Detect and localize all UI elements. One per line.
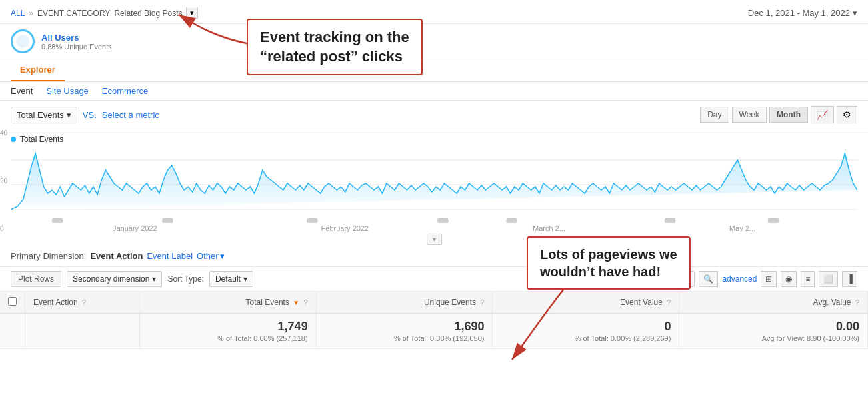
x-label-jan: January 2022 bbox=[113, 224, 157, 232]
tab-explorer[interactable]: Explorer bbox=[11, 59, 65, 81]
th-event-action-help[interactable]: ? bbox=[82, 298, 86, 306]
period-day-button[interactable]: Day bbox=[700, 107, 729, 123]
th-event-action-label: Event Action bbox=[33, 298, 78, 307]
th-unique-events-label: Unique Events bbox=[424, 298, 476, 307]
annotation1-line1: Event tracking on the bbox=[260, 29, 409, 45]
th-total-events-help[interactable]: ? bbox=[304, 298, 308, 306]
breadcrumb-separator: » bbox=[29, 9, 33, 18]
sort-type-label: Sort Type: bbox=[167, 274, 203, 284]
th-total-events: Total Events ▼ ? bbox=[139, 292, 316, 314]
event-value-value: 0 bbox=[501, 320, 671, 334]
th-event-value-help[interactable]: ? bbox=[667, 298, 671, 306]
other-dropdown[interactable]: Other ▾ bbox=[197, 251, 225, 261]
chart-toolbar: Total Events ▾ VS. Select a metric Day W… bbox=[0, 101, 868, 129]
totals-unique-events-cell: 1,690 % of Total: 0.88% (192,050) bbox=[316, 314, 493, 349]
annotation2-line1: Lots of pageviews we bbox=[540, 247, 677, 262]
breadcrumb-filter: EVENT CATEGORY: Related Blog Posts bbox=[37, 9, 182, 18]
total-events-pct: % of Total: 0.68% (257,118) bbox=[217, 334, 308, 342]
th-total-events-label: Total Events bbox=[246, 298, 289, 307]
th-unique-events-help[interactable]: ? bbox=[480, 298, 484, 306]
table-toolbar: Plot Rows Secondary dimension ▾ Sort Typ… bbox=[0, 267, 868, 292]
chart-scroll-button[interactable]: ▾ bbox=[427, 234, 442, 245]
avg-value-value: 0.00 bbox=[687, 320, 859, 334]
line-chart-button[interactable]: 📈 bbox=[811, 106, 834, 123]
totals-check-cell bbox=[0, 314, 25, 349]
sub-tab-event[interactable]: Event bbox=[11, 86, 33, 96]
select-all-checkbox[interactable] bbox=[8, 297, 17, 306]
totals-action-cell bbox=[25, 314, 140, 349]
view-pie-button[interactable]: ◉ bbox=[781, 271, 797, 287]
sub-tab-site-usage[interactable]: Site Usage bbox=[46, 86, 89, 96]
legend-label: Total Events bbox=[20, 135, 63, 144]
view-pivot-button[interactable]: ⬜ bbox=[819, 271, 838, 287]
total-events-value: 1,749 bbox=[148, 320, 308, 334]
sub-tab-ecommerce[interactable]: Ecommerce bbox=[102, 86, 148, 96]
chart-legend: Total Events bbox=[11, 135, 857, 144]
avg-value-pct: Avg for View: 8.90 (-100.00%) bbox=[762, 334, 859, 342]
primary-dim-label: Primary Dimension: bbox=[11, 251, 86, 261]
svg-rect-6 bbox=[437, 218, 449, 223]
sort-arrow: ▾ bbox=[243, 274, 247, 284]
primary-dim-value: Event Action bbox=[90, 251, 143, 261]
tabs-row: Explorer bbox=[0, 59, 868, 82]
annotation-box-1: Event tracking on the “related post” cli… bbox=[247, 19, 423, 75]
advanced-link[interactable]: advanced bbox=[722, 274, 757, 284]
table-search-button[interactable]: 🔍 bbox=[699, 271, 718, 287]
chart-wrapper: 40 20 0 bbox=[11, 147, 857, 223]
svg-rect-5 bbox=[307, 218, 318, 223]
breadcrumb: ALL » EVENT CATEGORY: Related Blog Posts… bbox=[11, 7, 198, 19]
event-value-pct: % of Total: 0.00% (2,289,269) bbox=[575, 334, 671, 342]
y-label-40: 40 bbox=[0, 129, 16, 137]
period-month-button[interactable]: Month bbox=[769, 107, 808, 123]
x-label-mar: March 2... bbox=[533, 224, 565, 232]
x-axis-labels: January 2022 February 2022 March 2... Ma… bbox=[11, 223, 857, 232]
metric-select[interactable]: Total Events ▾ bbox=[11, 107, 77, 123]
y-label-0: 0 bbox=[0, 225, 16, 232]
totals-event-value-cell: 0 % of Total: 0.00% (2,289,269) bbox=[493, 314, 679, 349]
segment-sub: 0.88% Unique Events bbox=[41, 43, 112, 51]
sort-select[interactable]: Default ▾ bbox=[209, 271, 253, 287]
date-range: Dec 1, 2021 - May 1, 2022 ▾ bbox=[748, 8, 857, 18]
unique-events-value: 1,690 bbox=[325, 320, 485, 334]
y-axis-labels: 40 20 0 bbox=[0, 129, 16, 232]
annotation1-line2: “related post” clicks bbox=[260, 48, 403, 65]
totals-total-events-cell: 1,749 % of Total: 0.68% (257,118) bbox=[139, 314, 316, 349]
svg-rect-9 bbox=[768, 218, 779, 223]
view-list-button[interactable]: ≡ bbox=[801, 271, 815, 287]
x-label-feb: February 2022 bbox=[321, 224, 369, 232]
totals-avg-value-cell: 0.00 Avg for View: 8.90 (-100.00%) bbox=[679, 314, 868, 349]
breadcrumb-all[interactable]: ALL bbox=[11, 9, 25, 18]
top-bar: ALL » EVENT CATEGORY: Related Blog Posts… bbox=[0, 0, 868, 24]
th-avg-value-help[interactable]: ? bbox=[855, 298, 859, 306]
scatter-chart-button[interactable]: ⚙ bbox=[837, 106, 857, 123]
th-avg-value-label: Avg. Value bbox=[813, 298, 851, 307]
select-metric-link[interactable]: Select a metric bbox=[102, 110, 159, 120]
filter-dropdown-button[interactable]: ▾ bbox=[186, 7, 198, 19]
date-range-text: Dec 1, 2021 - May 1, 2022 bbox=[748, 8, 850, 18]
sub-tabs: Event Site Usage Ecommerce bbox=[0, 82, 868, 101]
event-label-link[interactable]: Event Label bbox=[147, 251, 193, 261]
svg-rect-8 bbox=[665, 218, 676, 223]
chart-svg bbox=[11, 147, 857, 223]
period-week-button[interactable]: Week bbox=[732, 107, 767, 123]
other-arrow: ▾ bbox=[220, 251, 225, 261]
view-table-button[interactable]: ⊞ bbox=[761, 271, 777, 287]
date-range-arrow[interactable]: ▾ bbox=[853, 8, 857, 18]
annotation-box-2: Lots of pageviews we wouldn’t have had! bbox=[527, 236, 691, 290]
svg-rect-7 bbox=[506, 218, 517, 223]
segment-inner-circle bbox=[16, 35, 29, 48]
sort-arrow-icon: ▼ bbox=[293, 299, 299, 306]
th-check bbox=[0, 292, 25, 314]
view-bar-button[interactable]: ▐ bbox=[842, 271, 857, 287]
secondary-dimension-select[interactable]: Secondary dimension ▾ bbox=[67, 271, 162, 287]
chart-toolbar-right: Day Week Month 📈 ⚙ bbox=[700, 106, 857, 123]
segment-bar: All Users 0.88% Unique Events bbox=[0, 24, 868, 59]
segment-circle bbox=[11, 29, 35, 53]
table-toolbar-left: Plot Rows Secondary dimension ▾ Sort Typ… bbox=[11, 271, 253, 287]
chart-toolbar-left: Total Events ▾ VS. Select a metric bbox=[11, 107, 159, 123]
annotation2-line2: wouldn’t have had! bbox=[540, 264, 661, 279]
sort-default-label: Default bbox=[215, 274, 241, 284]
svg-rect-3 bbox=[52, 218, 63, 223]
plot-rows-button[interactable]: Plot Rows bbox=[11, 271, 61, 287]
th-event-value-label: Event Value bbox=[620, 298, 663, 307]
